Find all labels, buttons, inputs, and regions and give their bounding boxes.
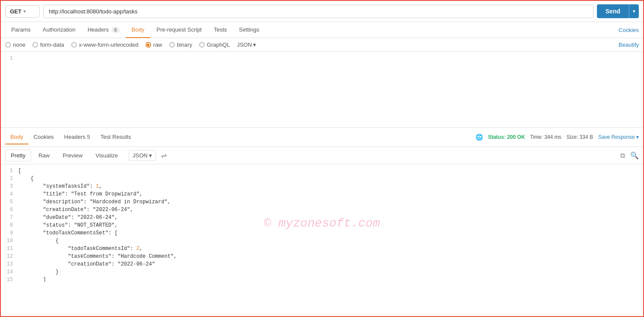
beautify-button[interactable]: Beautify: [619, 42, 639, 48]
response-line-13: 13 "creationDate": "2022-06-24": [1, 261, 643, 269]
tab-headers[interactable]: Headers 6: [82, 22, 126, 38]
tab-settings[interactable]: Settings: [233, 22, 265, 38]
globe-icon: 🌐: [476, 134, 483, 141]
radio-graphql: [199, 42, 205, 48]
option-urlencoded[interactable]: x-www-form-urlencoded: [71, 42, 139, 48]
option-raw[interactable]: raw: [146, 42, 162, 48]
option-none[interactable]: none: [5, 42, 25, 48]
radio-none: [5, 42, 11, 48]
search-icon[interactable]: 🔍: [630, 151, 639, 160]
response-line-3: 3 "systemTasksId": 1,: [1, 183, 643, 191]
save-response-button[interactable]: Save Response ▾: [598, 134, 639, 140]
response-body-viewer[interactable]: © myzonesoft.com 1[2 {3 "systemTasksId":…: [1, 164, 643, 282]
top-bar: GET ▾ Send ▾: [1, 1, 643, 22]
option-binary[interactable]: binary: [169, 42, 192, 48]
tab-tests[interactable]: Tests: [208, 22, 233, 38]
radio-raw: [146, 42, 151, 48]
tab-params[interactable]: Params: [5, 22, 37, 38]
view-raw-button[interactable]: Raw: [33, 150, 55, 161]
response-time-label: Time: 344 ms: [530, 134, 561, 140]
response-line-5: 5 "description": "Hardcoded in Dropwizar…: [1, 199, 643, 207]
radio-form-data: [32, 42, 38, 48]
response-status-bar: 🌐 Status: 200 OK Time: 344 ms Size: 334 …: [476, 134, 639, 141]
status-ok-label: Status: 200 OK: [488, 134, 525, 140]
url-input[interactable]: [43, 5, 593, 18]
radio-urlencoded: [71, 42, 77, 48]
response-line-2: 2 {: [1, 176, 643, 183]
send-group: Send ▾: [597, 4, 639, 18]
response-line-6: 6 "creationDate": "2022-06-24",: [1, 207, 643, 215]
cookies-link[interactable]: Cookies: [619, 27, 639, 33]
response-size-label: Size: 334 B: [567, 134, 593, 140]
view-visualize-button[interactable]: Visualize: [90, 150, 124, 161]
tab-prerequest[interactable]: Pre-request Script: [150, 22, 208, 38]
response-line-12: 12 "taskComments": "Hardcode Comment",: [1, 253, 643, 261]
headers-badge: 6: [111, 27, 119, 33]
response-line-7: 7 "dueDate": "2022-06-24",: [1, 215, 643, 222]
option-graphql[interactable]: GraphQL: [199, 42, 230, 48]
filter-icon[interactable]: ⇌: [161, 151, 167, 160]
response-line-14: 14 }: [1, 269, 643, 277]
method-label: GET: [10, 8, 22, 15]
body-options: none form-data x-www-form-urlencoded raw…: [1, 38, 643, 52]
response-line-4: 4 "title": "Test from Dropwizard",: [1, 191, 643, 199]
copy-icon[interactable]: ⧉: [620, 152, 625, 160]
response-line-11: 11 "todoTaskCommentsId": 2,: [1, 246, 643, 253]
response-line-9: 9 "todoTaskCommentsSet": [: [1, 230, 643, 238]
resp-tab-cookies[interactable]: Cookies: [29, 130, 59, 144]
json-chevron-icon: ▾: [253, 42, 256, 48]
option-form-data[interactable]: form-data: [32, 42, 64, 48]
send-button[interactable]: Send: [597, 4, 629, 18]
tab-body[interactable]: Body: [126, 22, 151, 38]
format-chevron-icon: ▾: [149, 152, 152, 159]
resp-tab-test-results[interactable]: Test Results: [95, 130, 136, 144]
response-line-1: 1[: [1, 168, 643, 176]
response-line-15: 15 ]: [1, 277, 643, 282]
method-select[interactable]: GET ▾: [5, 5, 40, 18]
view-preview-button[interactable]: Preview: [57, 150, 88, 161]
response-line-10: 10 {: [1, 238, 643, 246]
response-line-8: 8 "status": "NOT_STARTED",: [1, 222, 643, 230]
send-dropdown-button[interactable]: ▾: [629, 4, 639, 18]
response-format-select[interactable]: JSON ▾: [129, 150, 156, 161]
view-pretty-button[interactable]: Pretty: [5, 150, 31, 161]
tab-authorization[interactable]: Authorization: [37, 22, 82, 38]
request-line-1: 1: [1, 55, 643, 63]
response-tabs: Body Cookies Headers 5 Test Results 🌐 St…: [1, 128, 643, 147]
resp-tab-headers[interactable]: Headers 5: [59, 130, 95, 144]
request-tabs: Params Authorization Headers 6 Body Pre-…: [1, 22, 643, 38]
json-format-select[interactable]: JSON ▾: [237, 42, 256, 48]
method-chevron-icon: ▾: [23, 9, 26, 14]
resp-headers-badge: 5: [87, 134, 90, 140]
view-format-bar: Pretty Raw Preview Visualize JSON ▾ ⇌ ⧉ …: [1, 147, 643, 164]
resp-tab-body[interactable]: Body: [5, 130, 29, 144]
radio-binary: [169, 42, 175, 48]
request-body-editor[interactable]: 1: [1, 52, 643, 128]
